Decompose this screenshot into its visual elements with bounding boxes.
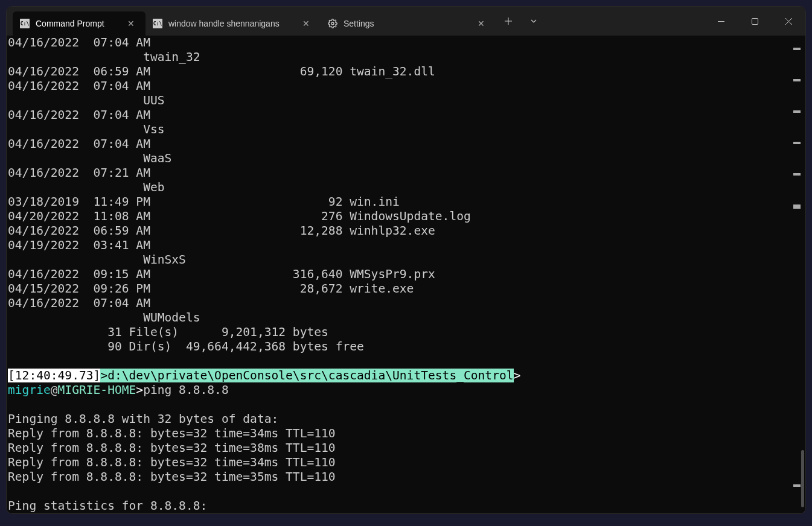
close-icon[interactable]: ✕ [474,16,488,31]
dir-entry: 04/16/2022 06:59 AM 12,288 winhlp32.exe [8,224,804,238]
tab-settings[interactable]: Settings ✕ [321,11,496,36]
svg-point-0 [331,22,334,25]
dir-entry: 04/16/2022 06:59 AM 69,120 twain_32.dll [8,65,804,79]
prompt-line: migrie@MIGRIE-HOME>ping 8.8.8.8 [8,383,804,398]
gear-icon [328,19,337,28]
window-controls [704,7,805,36]
command-input[interactable]: ping 8.8.8.8 [143,383,229,397]
split-mark-icon [793,142,801,144]
scrollbar-thumb[interactable] [801,450,804,507]
ping-header: Pinging 8.8.8.8 with 32 bytes of data: [8,412,804,426]
terminal-window: C:\ Command Prompt ✕ C:\ window handle s… [6,6,806,514]
close-icon[interactable]: ✕ [124,16,138,31]
dir-entry: 04/15/2022 09:26 PM 28,672 write.exe [8,282,804,296]
split-mark-icon [793,79,801,81]
split-mark-icon [793,204,801,207]
split-mark-icon [793,173,801,176]
tab-label: window handle shennanigans [168,19,293,28]
split-mark-icon [793,484,801,487]
svg-rect-4 [752,18,758,24]
tab-label: Settings [344,19,468,28]
split-mark-icon [793,48,801,50]
ping-stats: Ping statistics for 8.8.8.8: [8,499,804,513]
dir-entry: 04/16/2022 07:21 AM Web03/18/2019 11:49 … [8,166,804,513]
dir-entry: 04/19/2022 03:41 AM WinSxS04/16/2022 09:… [8,238,804,513]
tab-window-handle[interactable]: C:\ window handle shennanigans ✕ [145,11,321,36]
dir-entry: 04/20/2022 11:08 AM 276 WindowsUpdate.lo… [8,209,804,224]
dir-entry: 04/16/2022 09:15 AM 316,640 WMSysPr9.prx [8,267,804,282]
dir-entry: 04/16/2022 07:04 AM twain_3204/16/2022 0… [8,36,804,513]
cmd-icon: C:\ [153,19,162,28]
dir-entry: 04/16/2022 07:04 AM WaaS04/16/2022 07:21… [8,137,804,513]
dir-summary: 90 Dir(s) 49,664,442,368 bytes free [8,340,804,354]
tab-label: Command Prompt [36,19,118,28]
ping-reply: Reply from 8.8.8.8: bytes=32 time=38ms T… [8,441,804,455]
close-window-button[interactable] [772,7,805,36]
close-icon[interactable]: ✕ [299,16,313,31]
tab-command-prompt[interactable]: C:\ Command Prompt ✕ [13,11,145,36]
dir-entry: 04/16/2022 07:04 AM UUS04/16/2022 07:04 … [8,79,804,513]
path-badge: >d:\dev\private\OpenConsole\src\cascadia… [100,369,513,382]
prompt-line: [12:40:49.73]>d:\dev\private\OpenConsole… [8,369,804,383]
dir-summary: 31 File(s) 9,201,312 bytes [8,325,804,340]
new-tab-button[interactable] [496,7,521,36]
prompt-host: MIGRIE-HOME [58,383,136,397]
tab-dropdown-button[interactable] [521,7,546,36]
maximize-button[interactable] [738,7,772,36]
dir-entry: 04/16/2022 07:04 AM Vss04/16/2022 07:04 … [8,108,804,513]
minimize-button[interactable] [704,7,738,36]
tab-strip: C:\ Command Prompt ✕ C:\ window handle s… [13,7,496,36]
terminal-output[interactable]: 04/16/2022 07:04 AM twain_3204/16/2022 0… [7,36,805,513]
timestamp-badge: [12:40:49.73] [8,369,100,382]
dir-entry: 04/16/2022 07:04 AM WUModels 31 File(s) … [8,296,804,513]
ping-reply: Reply from 8.8.8.8: bytes=32 time=35ms T… [8,470,804,484]
ping-reply: Reply from 8.8.8.8: bytes=32 time=34ms T… [8,455,804,470]
cmd-icon: C:\ [20,19,30,28]
pane-split-indicators [793,48,801,207]
title-bar[interactable]: C:\ Command Prompt ✕ C:\ window handle s… [7,7,805,36]
dir-entry: 03/18/2019 11:49 PM 92 win.ini [8,195,804,209]
prompt-user: migrie [8,383,51,397]
ping-reply: Reply from 8.8.8.8: bytes=32 time=34ms T… [8,426,804,441]
split-mark-icon [793,110,801,113]
